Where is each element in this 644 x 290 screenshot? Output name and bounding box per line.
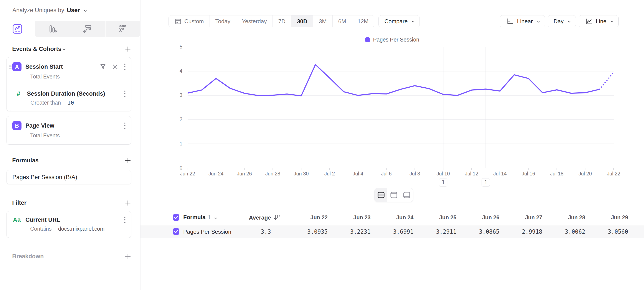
event-card-session-start[interactable]: A Session Start T — [6, 57, 131, 111]
scale-button[interactable]: Linear — [500, 15, 545, 27]
filter-property-name[interactable]: Current URL — [26, 216, 60, 223]
filter-event-button[interactable] — [100, 64, 106, 70]
table-only-view-button[interactable] — [400, 188, 413, 202]
series-line[interactable] — [188, 65, 600, 96]
series-name: Pages Per Session — [183, 228, 231, 235]
remove-event-button[interactable] — [112, 64, 118, 70]
column-header[interactable]: Jun 24 — [372, 214, 414, 221]
range-30d[interactable]: 30D — [291, 16, 313, 27]
kebab-menu-icon — [124, 90, 126, 97]
filter-condition[interactable]: Contains docs.mixpanel.com — [7, 223, 131, 238]
split-view-button[interactable] — [374, 188, 387, 202]
annotation-badge[interactable]: 1 — [482, 178, 490, 186]
x-axis-label: Jun 30 — [287, 171, 315, 177]
condition-value[interactable]: 10 — [67, 100, 74, 106]
event-row: B Page View — [7, 116, 131, 130]
range-today[interactable]: Today — [210, 16, 236, 27]
column-header[interactable]: Jun 27 — [501, 214, 542, 221]
range-6m[interactable]: 6M — [332, 16, 352, 27]
events-heading[interactable]: Events & Cohorts — [12, 46, 62, 52]
event-name[interactable]: Session Start — [26, 64, 63, 70]
range-3m[interactable]: 3M — [313, 16, 332, 27]
condition-operator[interactable]: Greater than — [30, 100, 61, 106]
column-header[interactable]: Jun 23 — [330, 214, 371, 221]
table-row[interactable]: Pages Per Session 3.3 3.09353.22313.6991… — [140, 225, 644, 238]
interval-button[interactable]: Day — [548, 15, 576, 27]
formula-card[interactable]: Pages Per Session (B/A) — [6, 170, 131, 184]
range-7d[interactable]: 7D — [272, 16, 291, 27]
formulas-heading: Formulas — [12, 157, 39, 164]
line-chart[interactable] — [188, 47, 614, 172]
chart-only-view-button[interactable] — [387, 188, 400, 202]
annotation-badge[interactable]: 1 — [439, 178, 447, 186]
x-axis-label: Jun 28 — [258, 171, 287, 177]
range-yesterday[interactable]: Yesterday — [236, 16, 272, 27]
chart-legend[interactable]: Pages Per Session — [140, 37, 644, 43]
column-header[interactable]: Jun 29 — [587, 214, 628, 221]
select-all-checkbox[interactable] — [173, 214, 179, 221]
average-value: 3.3 — [230, 228, 271, 235]
compare-button[interactable]: Compare — [378, 15, 420, 27]
kebab-menu-icon — [124, 63, 126, 70]
legend-label: Pages Per Session — [373, 37, 419, 43]
event-aggregation[interactable]: Total Events — [7, 71, 131, 85]
x-axis-label: Jul 22 — [600, 171, 628, 177]
nested-metric-card[interactable]: # Session Duration (Seconds) Greater tha… — [10, 85, 131, 111]
chevron-down-icon[interactable] — [84, 8, 87, 12]
cell-value: 3.0560 — [587, 228, 628, 235]
add-formula-button[interactable] — [125, 157, 131, 164]
analyze-label: Analyze Uniques by — [12, 7, 64, 14]
split-view-icon — [377, 191, 385, 198]
tab-funnels[interactable] — [35, 21, 70, 37]
funnel-icon — [100, 64, 106, 70]
close-icon — [112, 64, 118, 70]
range-custom[interactable]: Custom — [169, 16, 210, 27]
cell-value: 3.2231 — [330, 228, 371, 235]
chevron-down-icon — [412, 20, 415, 22]
filter-options-button[interactable] — [124, 216, 126, 223]
plus-icon — [125, 253, 131, 260]
series-line-projected[interactable] — [600, 72, 614, 89]
table-only-icon — [403, 191, 410, 198]
event-name[interactable]: Page View — [26, 122, 54, 129]
event-card-page-view[interactable]: B Page View Total Events — [6, 116, 131, 145]
nested-metric-condition[interactable]: Greater than 10 — [10, 97, 131, 111]
add-filter-button[interactable] — [125, 200, 131, 206]
condition-operator[interactable]: Contains — [30, 226, 52, 232]
x-axis-label: Jun 22 — [174, 171, 202, 177]
nested-metric-name[interactable]: Session Duration (Seconds) — [27, 90, 105, 97]
axis-scale-icon — [506, 17, 514, 26]
event-options-button[interactable] — [124, 63, 126, 70]
event-aggregation[interactable]: Total Events — [7, 130, 131, 144]
tab-retention[interactable] — [105, 21, 140, 37]
nested-options-button[interactable] — [124, 90, 126, 97]
column-header[interactable]: Jun 28 — [544, 214, 585, 221]
add-breakdown-button[interactable] — [125, 253, 131, 260]
y-axis-label: 0 — [140, 165, 182, 171]
column-header[interactable]: Jun 22 — [286, 214, 328, 221]
event-options-button[interactable] — [124, 122, 126, 129]
add-event-button[interactable] — [125, 46, 131, 52]
column-header[interactable]: Jun 26 — [458, 214, 500, 221]
condition-value[interactable]: docs.mixpanel.com — [58, 226, 105, 232]
range-12m[interactable]: 12M — [352, 16, 374, 27]
analyze-value-dropdown[interactable]: User — [67, 7, 80, 14]
formula-name[interactable]: Pages Per Session (B/A) — [12, 174, 77, 181]
y-axis-label: 3 — [140, 92, 182, 98]
drag-handle-icon[interactable] — [9, 64, 12, 69]
column-header[interactable]: Jun 25 — [415, 214, 456, 221]
sort-descending-icon[interactable] — [273, 214, 281, 221]
filter-section-head: Filter — [6, 200, 131, 206]
tab-flows[interactable] — [70, 21, 105, 37]
filter-heading: Filter — [12, 200, 26, 206]
tab-insights[interactable] — [0, 21, 35, 37]
filter-card[interactable]: Aa Current URL Contains docs.mixpanel.co… — [6, 211, 131, 238]
chart-type-button[interactable]: Line — [579, 15, 618, 27]
row-checkbox[interactable] — [173, 228, 179, 235]
average-column-header[interactable]: Average — [240, 214, 271, 221]
chart-canvas[interactable] — [188, 47, 614, 172]
formula-column-header[interactable]: Formula 1 — [183, 214, 216, 221]
report-tab-strip — [0, 21, 140, 37]
chevron-down-icon[interactable] — [62, 47, 65, 50]
legend-swatch — [365, 37, 370, 42]
